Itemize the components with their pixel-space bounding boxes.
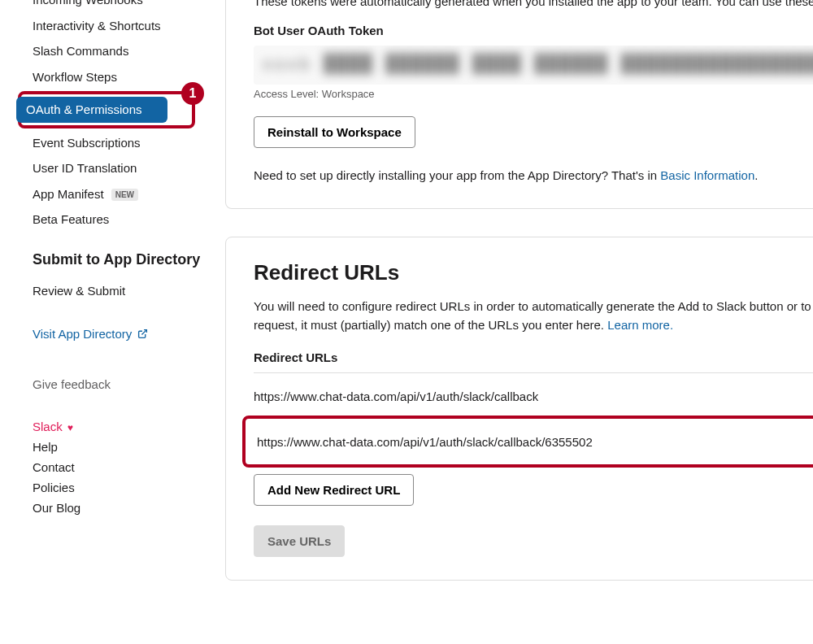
external-link-icon xyxy=(137,329,148,339)
link-label: Visit App Directory xyxy=(33,327,132,341)
sidebar-review-submit[interactable]: Review & Submit xyxy=(33,278,225,304)
sidebar-nav-item[interactable]: User ID Translation xyxy=(33,155,225,181)
redirect-url-text: https://www.chat-data.com/api/v1/auth/sl… xyxy=(257,435,593,449)
policies-link[interactable]: Policies xyxy=(33,481,225,494)
annotation-highlight-2: https://www.chat-data.com/api/v1/auth/sl… xyxy=(242,416,813,468)
slack-link[interactable]: Slack ♥ xyxy=(33,420,225,433)
redirect-url-row: https://www.chat-data.com/api/v1/auth/sl… xyxy=(254,373,813,419)
sidebar-nav-item-oauth[interactable]: OAuth & Permissions xyxy=(16,97,167,123)
sidebar-nav-item[interactable]: Beta Features xyxy=(33,207,225,233)
svg-line-0 xyxy=(142,329,147,334)
sidebar-nav-item[interactable]: Slash Commands xyxy=(33,38,225,64)
annotation-highlight-1: OAuth & Permissions 1 xyxy=(18,91,195,128)
new-badge: NEW xyxy=(111,189,138,201)
redirect-urls-panel: Redirect URLs You will need to configure… xyxy=(225,237,813,581)
sidebar-item-label: App Manifest xyxy=(33,187,104,201)
add-redirect-url-button[interactable]: Add New Redirect URL xyxy=(254,474,414,506)
submit-app-heading: Submit to App Directory xyxy=(33,250,225,269)
redirect-url-row: https://www.chat-data.com/api/v1/auth/sl… xyxy=(257,419,813,464)
bot-token-value[interactable]: xoxb ████ ██████ ████ ██████ ███████████… xyxy=(254,46,813,85)
bot-token-label: Bot User OAuth Token xyxy=(254,24,813,37)
heart-icon: ♥ xyxy=(67,422,73,433)
learn-more-redirect-link[interactable]: Learn more. xyxy=(607,318,673,332)
sidebar-nav-item[interactable]: Interactivity & Shortcuts xyxy=(33,13,225,39)
help-link[interactable]: Help xyxy=(33,440,225,454)
access-level-label: Access Level: Workspace xyxy=(254,88,813,100)
save-urls-button[interactable]: Save URLs xyxy=(254,525,345,557)
basic-information-link[interactable]: Basic Information xyxy=(660,168,754,182)
sidebar: Incoming Webhooks Interactivity & Shortc… xyxy=(0,0,225,644)
redirect-intro: You will need to configure redirect URLs… xyxy=(254,297,813,335)
visit-app-directory-link[interactable]: Visit App Directory xyxy=(33,327,148,341)
redirect-urls-heading: Redirect URLs xyxy=(254,260,813,285)
contact-link[interactable]: Contact xyxy=(33,460,225,474)
slack-label: Slack xyxy=(33,420,63,433)
sidebar-nav-item[interactable]: Incoming Webhooks xyxy=(33,0,225,13)
tokens-intro: These tokens were automatically generate… xyxy=(254,0,813,11)
redirect-urls-subheading: Redirect URLs xyxy=(254,350,813,373)
give-feedback-link[interactable]: Give feedback xyxy=(33,372,225,398)
blurred-token: xoxb ████ ██████ ████ ██████ ███████████… xyxy=(262,54,813,74)
direct-install-note: Need to set up directly installing your … xyxy=(254,166,813,185)
oauth-tokens-panel: These tokens were automatically generate… xyxy=(225,0,813,209)
sidebar-nav-item[interactable]: App Manifest NEW xyxy=(33,181,225,207)
blog-link[interactable]: Our Blog xyxy=(33,501,225,515)
annotation-badge-1: 1 xyxy=(181,82,204,105)
redirect-url-text: https://www.chat-data.com/api/v1/auth/sl… xyxy=(254,389,538,403)
reinstall-button[interactable]: Reinstall to Workspace xyxy=(254,116,415,148)
sidebar-nav-item[interactable]: Event Subscriptions xyxy=(33,130,225,156)
main-content: These tokens were automatically generate… xyxy=(225,0,813,644)
